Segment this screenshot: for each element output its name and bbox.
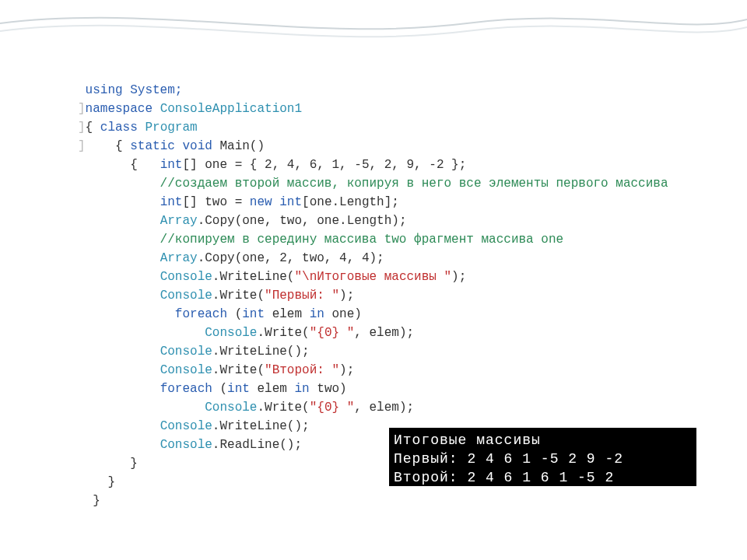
code-line: using System;	[78, 83, 182, 97]
decorative-wave	[0, 0, 747, 47]
console-output: Итоговые массивы Первый: 2 4 6 1 -5 2 9 …	[389, 428, 696, 486]
console-line: Второй: 2 4 6 1 6 1 -5 2	[394, 470, 614, 485]
console-line: Первый: 2 4 6 1 -5 2 9 -2	[394, 451, 623, 467]
slide: using System; ]namespace ConsoleApplicat…	[0, 0, 747, 560]
console-line: Итоговые массивы	[394, 432, 541, 448]
